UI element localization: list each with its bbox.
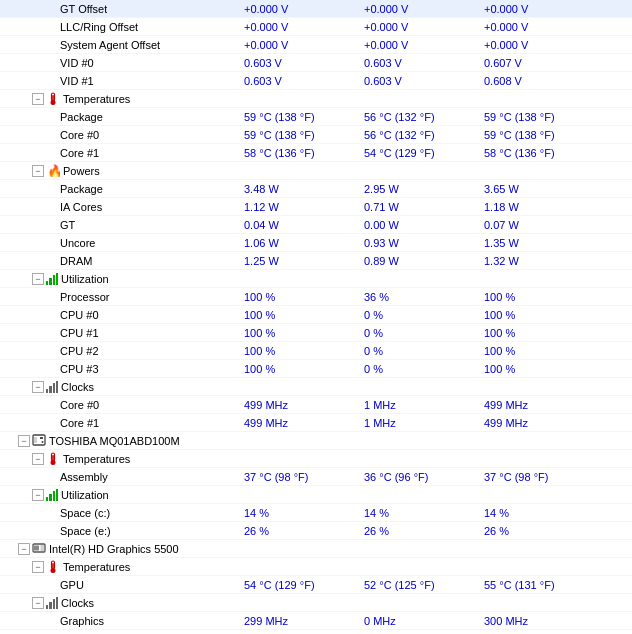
value-col: 100 % <box>240 291 360 303</box>
value-col: 0 % <box>360 363 480 375</box>
label-col: − TOSHIBA MQ01ABD100M <box>0 434 240 448</box>
table-row: Core #0499 MHz1 MHz499 MHz <box>0 396 632 414</box>
value-col: 499 MHz <box>240 399 360 411</box>
collapse-icon[interactable]: − <box>18 543 30 555</box>
label-col: IA Cores <box>0 201 240 213</box>
label-col: CPU #3 <box>0 363 240 375</box>
label-col: DRAM <box>0 255 240 267</box>
value-col: 0 % <box>360 309 480 321</box>
value-col: 2.95 W <box>360 183 480 195</box>
value-col: +0.000 V <box>240 3 360 15</box>
therm-icon <box>46 560 60 574</box>
label-text: Graphics <box>60 615 104 627</box>
value-col: +0.000 V <box>240 21 360 33</box>
table-row: − Intel(R) HD Graphics 5500 <box>0 540 632 558</box>
value-col: 1.18 W <box>480 201 600 213</box>
clock-icon <box>46 381 58 393</box>
value-col: 0.00 W <box>360 219 480 231</box>
table-row: GPU54 °C (129 °F)52 °C (125 °F)55 °C (13… <box>0 576 632 594</box>
table-row: − Utilization <box>0 270 632 288</box>
value-col: 100 % <box>480 363 600 375</box>
label-col: CPU #0 <box>0 309 240 321</box>
value-col: +0.000 V <box>480 21 600 33</box>
collapse-icon[interactable]: − <box>32 165 44 177</box>
value-col: 0 MHz <box>360 615 480 627</box>
label-col: Graphics <box>0 615 240 627</box>
label-text: CPU #1 <box>60 327 99 339</box>
svg-rect-12 <box>52 455 54 461</box>
collapse-icon[interactable]: − <box>32 561 44 573</box>
value-col: 59 °C (138 °F) <box>480 129 600 141</box>
label-text: Processor <box>60 291 110 303</box>
label-text: Temperatures <box>63 453 130 465</box>
collapse-icon[interactable]: − <box>32 453 44 465</box>
collapse-icon[interactable]: − <box>32 597 44 609</box>
label-col: − Temperatures <box>0 92 240 106</box>
label-text: Package <box>60 111 103 123</box>
label-text: VID #1 <box>60 75 94 87</box>
label-text: GPU <box>60 579 84 591</box>
label-col: LLC/Ring Offset <box>0 21 240 33</box>
collapse-icon[interactable]: − <box>32 381 44 393</box>
label-col: − Temperatures <box>0 452 240 466</box>
collapse-icon[interactable]: − <box>18 435 30 447</box>
gpu-icon <box>32 542 46 556</box>
value-col: 100 % <box>240 327 360 339</box>
label-text: Core #1 <box>60 417 99 429</box>
value-col: 36 °C (96 °F) <box>360 471 480 483</box>
label-text: CPU #2 <box>60 345 99 357</box>
label-text: Utilization <box>61 273 109 285</box>
table-row: GT Offset+0.000 V+0.000 V+0.000 V <box>0 0 632 18</box>
label-text: Clocks <box>61 597 94 609</box>
table-row: − Clocks <box>0 594 632 612</box>
table-row: LLC/Ring Offset+0.000 V+0.000 V+0.000 V <box>0 18 632 36</box>
label-text: Temperatures <box>63 561 130 573</box>
hdd-icon <box>32 434 46 448</box>
value-col: 0 % <box>360 345 480 357</box>
value-col: 3.65 W <box>480 183 600 195</box>
svg-rect-2 <box>52 95 54 101</box>
value-col: 0.93 W <box>360 237 480 249</box>
value-col: 100 % <box>240 309 360 321</box>
table-row: System Agent Offset+0.000 V+0.000 V+0.00… <box>0 36 632 54</box>
label-text: Package <box>60 183 103 195</box>
label-col: Core #1 <box>0 147 240 159</box>
table-row: VID #00.603 V0.603 V0.607 V <box>0 54 632 72</box>
table-row: Core #1499 MHz1 MHz499 MHz <box>0 414 632 432</box>
svg-rect-14 <box>34 545 39 550</box>
value-col: 58 °C (136 °F) <box>240 147 360 159</box>
util-icon <box>46 273 58 285</box>
value-col: 36 % <box>360 291 480 303</box>
value-col: 59 °C (138 °F) <box>240 111 360 123</box>
collapse-icon[interactable]: − <box>32 489 44 501</box>
value-col: 1.06 W <box>240 237 360 249</box>
label-text: Utilization <box>61 489 109 501</box>
value-col: 0.04 W <box>240 219 360 231</box>
value-col: 100 % <box>240 345 360 357</box>
value-col: 0.603 V <box>240 75 360 87</box>
label-col: Space (e:) <box>0 525 240 537</box>
label-col: − 🔥 Powers <box>0 164 240 178</box>
value-col: 499 MHz <box>480 399 600 411</box>
label-col: − Intel(R) HD Graphics 5500 <box>0 542 240 556</box>
value-col: 0.603 V <box>360 57 480 69</box>
label-text: System Agent Offset <box>60 39 160 51</box>
collapse-icon[interactable]: − <box>32 273 44 285</box>
table-row: Uncore1.06 W0.93 W1.35 W <box>0 234 632 252</box>
label-text: Clocks <box>61 381 94 393</box>
table-row: Package59 °C (138 °F)56 °C (132 °F)59 °C… <box>0 108 632 126</box>
label-col: GT Offset <box>0 3 240 15</box>
label-text: CPU #3 <box>60 363 99 375</box>
therm-icon <box>46 92 60 106</box>
collapse-icon[interactable]: − <box>32 93 44 105</box>
label-text: LLC/Ring Offset <box>60 21 138 33</box>
value-col: 0.607 V <box>480 57 600 69</box>
label-text: GT <box>60 219 75 231</box>
value-col: 1.25 W <box>240 255 360 267</box>
value-col: 14 % <box>480 507 600 519</box>
label-text: Powers <box>63 165 100 177</box>
label-text: IA Cores <box>60 201 102 213</box>
table-row: DRAM1.25 W0.89 W1.32 W <box>0 252 632 270</box>
table-row: CPU #2100 %0 %100 % <box>0 342 632 360</box>
value-col: 1.12 W <box>240 201 360 213</box>
